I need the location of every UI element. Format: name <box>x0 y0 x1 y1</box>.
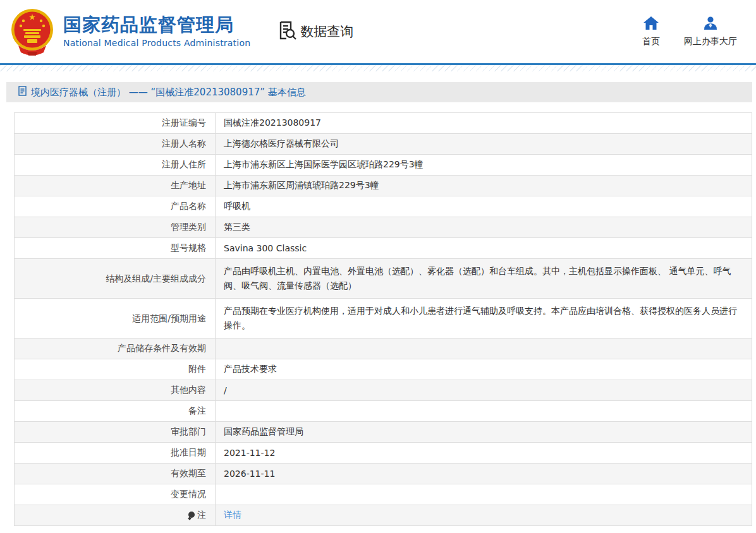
row-value <box>216 401 752 422</box>
site-subtitle: National Medical Products Administration <box>63 38 250 48</box>
document-search-icon <box>278 20 300 44</box>
note-label: 注 <box>197 510 206 520</box>
row-value: 产品由呼吸机主机、内置电池、外置电池（选配）、雾化器（选配）和台车组成。其中，主… <box>216 259 752 299</box>
page-title: 境内医疗器械（注册） —— “国械注准20213080917” 基本信息 <box>31 87 306 99</box>
row-value <box>216 338 752 359</box>
row-value: 国械注准20213080917 <box>216 113 752 134</box>
row-label: 型号规格 <box>15 238 216 259</box>
row-value: 产品技术要求 <box>216 359 752 380</box>
row-value: 呼吸机 <box>216 196 752 217</box>
row-label: 管理类别 <box>15 217 216 238</box>
row-value: 产品预期在专业医疗机构使用，适用于对成人和小儿患者进行通气辅助及呼吸支持。本产品… <box>216 299 752 338</box>
table-row: 生产地址 上海市浦东新区周浦镇琥珀路229号3幢 <box>15 176 752 196</box>
row-label: 适用范围/预期用途 <box>15 299 216 338</box>
registration-info-table: 注册证编号 国械注准20213080917 注册人名称 上海德尔格医疗器械有限公… <box>14 112 752 526</box>
row-label: 产品名称 <box>15 196 216 217</box>
row-label: 生产地址 <box>15 176 216 196</box>
row-label: 注 <box>15 505 216 526</box>
row-label: 产品储存条件及有效期 <box>15 338 216 359</box>
row-value: 第三类 <box>216 217 752 238</box>
table-row: 型号规格 Savina 300 Classic <box>15 238 752 259</box>
nav-service-hall-label: 网上办事大厅 <box>684 36 737 47</box>
table-row: 注 详情 <box>15 505 752 526</box>
row-value: 2021-11-12 <box>216 443 752 464</box>
table-row: 管理类别 第三类 <box>15 217 752 238</box>
bulb-icon <box>188 512 195 518</box>
data-query-text: 数据查询 <box>300 23 353 40</box>
table-row: 其他内容 / <box>15 380 752 401</box>
row-label: 结构及组成/主要组成成分 <box>15 259 216 299</box>
row-value: 上海市浦东新区周浦镇琥珀路229号3幢 <box>216 176 752 196</box>
hatch-band <box>0 65 756 71</box>
data-query-label[interactable]: 数据查询 <box>278 20 353 44</box>
row-label: 附件 <box>15 359 216 380</box>
row-value: / <box>216 380 752 401</box>
site-title: 国家药品监督管理局 <box>63 15 250 35</box>
table-row: 有效期至 2026-11-11 <box>15 464 752 484</box>
table-row: 产品储存条件及有效期 <box>15 338 752 359</box>
national-emblem-icon <box>8 6 56 57</box>
nav-service-hall[interactable]: 网上办事大厅 <box>684 16 737 47</box>
row-label: 变更情况 <box>15 484 216 505</box>
row-value: 详情 <box>216 505 752 526</box>
row-value: 上海市浦东新区上海国际医学园区琥珀路229号3幢 <box>216 155 752 176</box>
row-label: 审批部门 <box>15 422 216 443</box>
table-row: 附件 产品技术要求 <box>15 359 752 380</box>
row-label: 备注 <box>15 401 216 422</box>
table-row: 注册人住所 上海市浦东新区上海国际医学园区琥珀路229号3幢 <box>15 155 752 176</box>
row-value: 2026-11-11 <box>216 464 752 484</box>
row-label: 其他内容 <box>15 380 216 401</box>
site-logo: 国家药品监督管理局 National Medical Products Admi… <box>8 6 250 57</box>
document-icon <box>18 86 27 99</box>
user-icon <box>704 16 717 36</box>
row-label: 注册证编号 <box>15 113 216 134</box>
site-header: 国家药品监督管理局 National Medical Products Admi… <box>0 0 756 63</box>
row-value: Savina 300 Classic <box>216 238 752 259</box>
table-row: 变更情况 <box>15 484 752 505</box>
home-icon <box>643 16 659 36</box>
details-link[interactable]: 详情 <box>224 510 241 520</box>
row-value: 上海德尔格医疗器械有限公司 <box>216 134 752 155</box>
table-row: 注册证编号 国械注准20213080917 <box>15 113 752 134</box>
row-label: 注册人名称 <box>15 134 216 155</box>
header-nav: 首页 网上办事大厅 <box>642 16 737 47</box>
table-row: 备注 <box>15 401 752 422</box>
nav-home-label: 首页 <box>642 36 660 47</box>
table-row: 审批部门 国家药品监督管理局 <box>15 422 752 443</box>
table-row: 产品名称 呼吸机 <box>15 196 752 217</box>
table-row: 结构及组成/主要组成成分 产品由呼吸机主机、内置电池、外置电池（选配）、雾化器（… <box>15 259 752 299</box>
row-label: 批准日期 <box>15 443 216 464</box>
page-title-bar: 境内医疗器械（注册） —— “国械注准20213080917” 基本信息 <box>6 82 752 102</box>
row-value <box>216 484 752 505</box>
nav-home[interactable]: 首页 <box>642 16 660 47</box>
logo-text: 国家药品监督管理局 National Medical Products Admi… <box>63 15 250 49</box>
row-label: 注册人住所 <box>15 155 216 176</box>
row-label: 有效期至 <box>15 464 216 484</box>
table-row: 批准日期 2021-11-12 <box>15 443 752 464</box>
table-row: 适用范围/预期用途 产品预期在专业医疗机构使用，适用于对成人和小儿患者进行通气辅… <box>15 299 752 338</box>
table-row: 注册人名称 上海德尔格医疗器械有限公司 <box>15 134 752 155</box>
row-value: 国家药品监督管理局 <box>216 422 752 443</box>
